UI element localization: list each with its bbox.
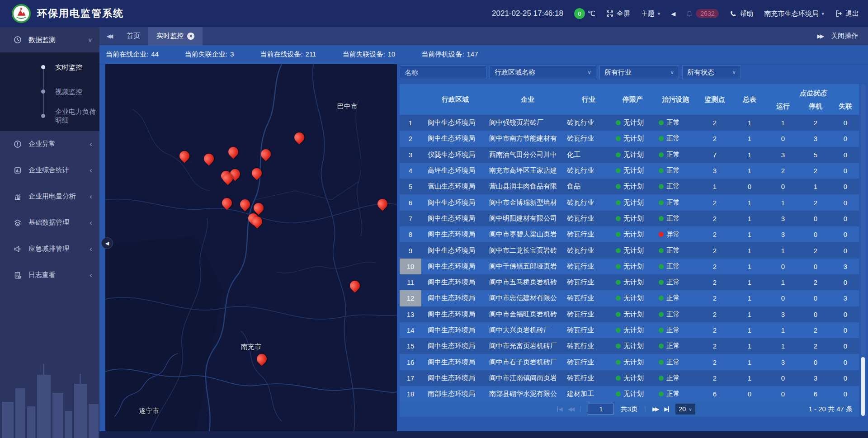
app-logo-icon	[12, 4, 31, 23]
table-row[interactable]: 14阆中生态环境局阆中大兴页岩机砖厂砖瓦行业无计划正常21120	[400, 322, 859, 338]
tab-realtime-monitoring[interactable]: 实时监控 ×	[148, 27, 203, 45]
status-label: 正常	[666, 358, 680, 367]
region-cell: 阆中生态环境局	[421, 274, 489, 290]
mute-speaker-button[interactable]: ◀	[671, 10, 675, 17]
total-meter-cell: 1	[732, 211, 767, 226]
status-dot-icon	[659, 360, 664, 365]
org-dropdown[interactable]: 南充市生态环境局 ▾	[764, 9, 824, 18]
first-page-button[interactable]: ◀	[557, 406, 561, 412]
close-icon[interactable]: ×	[187, 33, 194, 40]
sidebar-subitem-video-monitoring[interactable]: 视频监控	[0, 80, 99, 104]
close-operations-button[interactable]: 关闭操作	[831, 32, 858, 40]
table-row[interactable]: 16阆中生态环境局阆中市石子页岩机砖厂砖瓦行业无计划正常21300	[400, 354, 859, 370]
table-row[interactable]: 1阆中生态环境局阆中强锐页岩砖厂砖瓦行业无计划正常21120	[400, 115, 859, 131]
sidebar-item-enterprise-abnormal[interactable]: 企业异常 ‹	[0, 131, 99, 157]
table-row[interactable]: 9阆中生态环境局阆中市二龙长宝页岩砖砖瓦行业无计划正常21120	[400, 242, 859, 258]
table-row[interactable]: 7阆中生态环境局阆中明阳建材有限公司砖瓦行业无计划正常21300	[400, 211, 859, 226]
row-index-cell: 6	[400, 194, 421, 210]
scrollbar-thumb[interactable]	[861, 357, 865, 416]
table-row[interactable]: 13阆中生态环境局阆中市金福旺页岩机砖砖瓦行业无计划正常21300	[400, 306, 859, 322]
status-dot-icon	[659, 312, 664, 317]
region-filter-select[interactable]: 行政区域名称 ∨	[490, 66, 596, 79]
status-label: 正常	[666, 214, 680, 223]
stat-offline-devices: 当前失联设备:10	[342, 50, 395, 59]
column-header-region: 行政区域	[421, 84, 489, 115]
table-row[interactable]: 4高坪生态环境局南充市高坪区王家店建砖瓦行业无计划正常31220	[400, 163, 859, 179]
sidebar-item-power-usage-analysis[interactable]: 企业用电量分析 ‹	[0, 184, 99, 209]
statistics-icon	[14, 166, 23, 174]
sidebar-subitem-realtime-monitoring[interactable]: 实时监控	[0, 55, 99, 80]
running-count-cell: 3	[767, 354, 799, 370]
lost-count-cell: 0	[832, 131, 859, 146]
map-city-label: 巴中市	[337, 102, 358, 111]
table-row[interactable]: 3仪陇生态环境局西南油气田分公司川中化工无计划正常71350	[400, 147, 859, 163]
theme-dropdown[interactable]: 主题 ▾	[641, 9, 660, 18]
tab-home[interactable]: 首页	[118, 27, 148, 45]
pagination-bar: ◀ ◀◀ | 共3页 | ▶▶ ▶ 20 ∨ 1 - 20 共 47 条	[400, 401, 859, 417]
map-panel[interactable]: 巴中市南充市遂宁市	[105, 64, 397, 431]
table-row[interactable]: 10阆中生态环境局阆中千佛镇五郎垭页岩砖瓦行业无计划正常21003	[400, 259, 859, 274]
company-cell: 阆中市石子页岩机砖厂	[489, 354, 566, 370]
notifications-button[interactable]: 2632	[686, 9, 719, 18]
table-row[interactable]: 5营山生态环境局营山县润丰肉食品有限食品无计划正常10010	[400, 179, 859, 194]
table-row[interactable]: 15阆中生态环境局阆中市光富页岩机砖厂砖瓦行业无计划正常21120	[400, 338, 859, 354]
running-count-cell: 0	[767, 290, 799, 306]
status-dot-icon	[659, 168, 664, 173]
table-row[interactable]: 18南部生态环境局南部县砌华水泥有限公建材加工无计划正常60060	[400, 386, 859, 401]
region-cell: 阆中生态环境局	[421, 211, 489, 226]
table-panel: 行政区域名称 ∨ 所有行业 ∨ 所有状态 ∨ 行政区域 企业 行业 停限产 治污…	[400, 64, 865, 431]
table-row[interactable]: 11阆中生态环境局阆中市五马桥页岩机砖砖瓦行业无计划正常21120	[400, 274, 859, 290]
sidebar-item-data-monitoring[interactable]: 数据监测 ∨	[0, 27, 99, 52]
logout-button[interactable]: 退出	[835, 9, 859, 18]
bar-icon	[557, 406, 558, 412]
status-label: 无计划	[623, 294, 644, 302]
table-row[interactable]: 6阆中生态环境局阆中市金博瑞新型墙材砖瓦行业无计划正常21120	[400, 194, 859, 210]
industry-filter-select[interactable]: 所有行业 ∨	[599, 66, 679, 79]
status-label: 无计划	[623, 134, 644, 143]
tabs-scroll-left-button[interactable]: ◀◀	[99, 27, 118, 45]
sidebar-item-basic-data-management[interactable]: 基础数据管理 ‹	[0, 210, 99, 235]
status-dot-icon	[616, 232, 621, 237]
region-cell: 阆中生态环境局	[421, 306, 489, 322]
table-row[interactable]: 17阆中生态环境局阆中市江南镇阆南页岩砖瓦行业无计划正常21030	[400, 370, 859, 386]
stopped-count-cell: 2	[799, 115, 832, 131]
table-row[interactable]: 8阆中生态环境局阆中市枣碧大梁山页岩砖瓦行业无计划异常21300	[400, 226, 859, 242]
fullscreen-button[interactable]: 全屏	[606, 9, 630, 18]
status-dot-icon	[616, 136, 621, 141]
region-cell: 阆中生态环境局	[421, 194, 489, 210]
help-button[interactable]: 帮助	[730, 9, 753, 18]
page-size-select[interactable]: 20 ∨	[675, 404, 696, 414]
sidebar-item-enterprise-statistics[interactable]: 企业综合统计 ‹	[0, 157, 99, 183]
tabs-scroll-right-button[interactable]: ▶▶	[817, 33, 823, 39]
next-page-button[interactable]: ▶▶	[652, 406, 658, 412]
status-label: 无计划	[623, 182, 644, 191]
status-filter-select[interactable]: 所有状态 ∨	[682, 66, 741, 79]
pollution-facility-cell: 正常	[654, 290, 697, 306]
pagination-range-label: 1 - 20 共 47 条	[695, 405, 859, 414]
total-meter-cell: 1	[732, 290, 767, 306]
sidebar-subitem-power-load-detail[interactable]: 企业电力负荷明细	[0, 104, 99, 128]
status-dot-icon	[659, 200, 664, 205]
last-page-button[interactable]: ▶	[664, 406, 669, 412]
monitor-points-cell: 2	[697, 338, 732, 354]
table-row[interactable]: 12阆中生态环境局阆中市忠信建材有限公砖瓦行业无计划正常21003	[400, 290, 859, 306]
stopped-count-cell: 5	[799, 147, 832, 163]
status-dot-icon	[616, 280, 621, 285]
bar-chart-icon	[14, 193, 23, 201]
industry-cell: 砖瓦行业	[566, 259, 611, 274]
pollution-facility-cell: 正常	[654, 147, 697, 163]
temperature-badge: 0	[574, 8, 585, 19]
map-collapse-button[interactable]: ◀	[101, 237, 113, 249]
sidebar-item-log-view[interactable]: 日志查看 ‹	[0, 262, 99, 288]
table-row[interactable]: 2阆中生态环境局阆中市南方节能建材有砖瓦行业无计划正常21030	[400, 131, 859, 146]
name-filter-input[interactable]	[405, 69, 481, 76]
row-index-cell: 7	[400, 211, 421, 226]
status-label: 正常	[666, 182, 680, 191]
status-label: 无计划	[623, 390, 644, 398]
region-cell: 阆中生态环境局	[421, 259, 489, 274]
page-number-input[interactable]	[588, 404, 614, 414]
chevron-down-icon: ∨	[88, 37, 92, 43]
pollution-facility-cell: 正常	[654, 354, 697, 370]
sidebar-item-emergency-reduction[interactable]: 应急减排管理 ‹	[0, 236, 99, 262]
previous-page-button[interactable]: ◀◀	[568, 406, 573, 412]
